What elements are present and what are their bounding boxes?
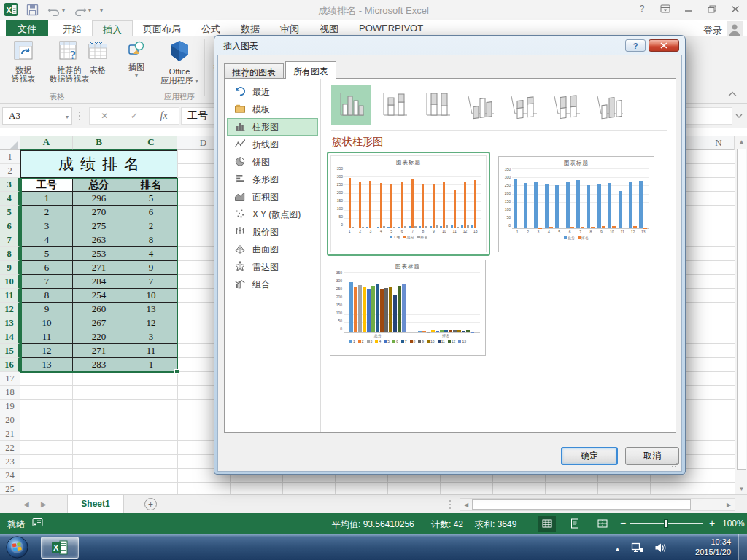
office-apps-button[interactable]: Office 应用程序 ▾: [158, 39, 201, 86]
table-cell[interactable]: 3: [20, 219, 73, 233]
fill-handle[interactable]: [174, 369, 179, 374]
network-icon[interactable]: [631, 542, 644, 556]
table-cell[interactable]: 263: [73, 233, 125, 247]
tray-hidden-icons-arrow[interactable]: ▲: [614, 545, 621, 553]
cancel-entry-icon[interactable]: ✕: [101, 111, 108, 121]
table-cell[interactable]: 4: [125, 247, 177, 261]
sign-in-link[interactable]: 登录: [703, 24, 722, 37]
subtype-clustered-column[interactable]: [331, 85, 371, 125]
ribbon-tab-view[interactable]: 视图: [309, 20, 349, 36]
row-header-1[interactable]: 1: [0, 150, 20, 164]
scroll-down-arrow[interactable]: ▼: [736, 483, 747, 494]
status-count[interactable]: 计数: 42: [431, 518, 463, 531]
start-button[interactable]: [6, 536, 28, 560]
select-all-corner[interactable]: [0, 136, 20, 150]
row-header-15[interactable]: 15: [0, 344, 20, 358]
row-header-3[interactable]: 3: [0, 178, 20, 192]
table-cell[interactable]: 5: [125, 192, 177, 206]
illustrations-button[interactable]: 插图 ▾: [121, 39, 152, 80]
subtype-3d-column[interactable]: [589, 85, 630, 125]
row-header-4[interactable]: 4: [0, 192, 20, 206]
name-box-dropdown[interactable]: ▾: [66, 114, 69, 120]
row-header-23[interactable]: 23: [0, 455, 20, 469]
chart-type-surface[interactable]: 曲面图: [227, 241, 318, 258]
name-box[interactable]: A3 ▾: [2, 107, 72, 125]
ribbon-tab-data[interactable]: 数据: [231, 20, 270, 36]
table-cell[interactable]: 12: [125, 316, 177, 330]
page-break-preview-button[interactable]: [594, 516, 611, 532]
chart-type-area[interactable]: 面积图: [227, 188, 318, 206]
collapse-ribbon-icon[interactable]: [728, 89, 737, 99]
table-cell[interactable]: 275: [73, 219, 125, 233]
insert-function-icon[interactable]: fx: [160, 110, 168, 122]
row-header-7[interactable]: 7: [0, 233, 20, 247]
column-header-A[interactable]: A: [20, 136, 73, 150]
table-cell[interactable]: 11: [20, 330, 73, 344]
table-cell[interactable]: 284: [73, 275, 125, 289]
scroll-right-arrow[interactable]: ▶: [724, 499, 734, 510]
scroll-left-arrow[interactable]: ◀: [461, 499, 471, 510]
ribbon-tab-insert[interactable]: 插入: [92, 20, 133, 36]
ribbon-tab-powerpivot[interactable]: POWERPIVOT: [349, 20, 433, 36]
sheet-nav-left-arrow[interactable]: ◀: [23, 500, 29, 508]
row-header-6[interactable]: 6: [0, 219, 20, 233]
table-cell[interactable]: 13: [20, 358, 73, 372]
row-header-9[interactable]: 9: [0, 261, 20, 275]
column-header-B[interactable]: B: [73, 136, 125, 150]
pivottable-button[interactable]: 数据 透视表: [4, 39, 42, 83]
table-cell[interactable]: 253: [73, 247, 125, 261]
subtype-stacked100-column[interactable]: [417, 85, 457, 125]
table-cell[interactable]: 5: [20, 247, 73, 261]
ribbon-tab-review[interactable]: 审阅: [270, 20, 309, 36]
chart-preview-1[interactable]: 图表标题350300250200150100500123456789101112…: [327, 152, 490, 256]
chart-type-combo[interactable]: 组合: [227, 276, 318, 293]
chart-preview-3[interactable]: 图表标题350300250200150100500总分排名12345678910…: [330, 260, 486, 356]
confirm-entry-icon[interactable]: ✓: [131, 111, 138, 121]
table-cell[interactable]: 1: [20, 192, 73, 206]
vertical-scroll-thumb[interactable]: [737, 149, 746, 470]
table-cell[interactable]: 11: [125, 344, 177, 358]
table-cell[interactable]: 296: [73, 192, 125, 206]
table-cell[interactable]: 8: [20, 289, 73, 303]
expand-formula-bar-icon[interactable]: [735, 113, 743, 120]
row-header-13[interactable]: 13: [0, 316, 20, 330]
table-cell[interactable]: 9: [20, 303, 73, 316]
table-title-cell[interactable]: 成绩排名: [20, 150, 177, 178]
table-cell[interactable]: 254: [73, 289, 125, 303]
row-header-20[interactable]: 20: [0, 413, 20, 427]
row-header-8[interactable]: 8: [0, 247, 20, 261]
taskbar-excel-button[interactable]: X: [41, 537, 79, 559]
table-header-row[interactable]: 工号总分排名: [20, 178, 177, 192]
header-cell-总分[interactable]: 总分: [73, 178, 125, 192]
column-header-N[interactable]: N: [703, 136, 735, 150]
table-cell[interactable]: 267: [73, 316, 125, 330]
horizontal-scrollbar[interactable]: ◀ ▶: [460, 498, 735, 511]
chart-type-bar[interactable]: 条形图: [227, 171, 318, 188]
header-cell-工号[interactable]: 工号: [20, 178, 73, 192]
chart-type-template[interactable]: 模板: [227, 101, 318, 118]
table-button[interactable]: 表格: [82, 39, 114, 74]
chart-type-scatter[interactable]: X Y (散点图): [227, 206, 318, 223]
row-header-18[interactable]: 18: [0, 386, 20, 400]
table-cell[interactable]: 10: [20, 316, 73, 330]
table-cell[interactable]: 6: [20, 261, 73, 275]
subtype-3d-clustered-column[interactable]: [460, 85, 500, 125]
volume-icon[interactable]: [654, 542, 667, 556]
table-cell[interactable]: 1: [125, 358, 177, 372]
row-header-10[interactable]: 10: [0, 275, 20, 289]
chart-preview-2[interactable]: 图表标题350300250200150100500123456789101112…: [498, 156, 654, 252]
table-cell[interactable]: 271: [73, 261, 125, 275]
chart-type-line[interactable]: 折线图: [227, 136, 318, 153]
zoom-level[interactable]: 100%: [722, 518, 745, 529]
resize-grip[interactable]: [671, 461, 678, 468]
header-cell-排名[interactable]: 排名: [125, 178, 177, 192]
subtype-3d-stacked100-column[interactable]: [546, 85, 587, 125]
new-sheet-button[interactable]: +: [144, 498, 157, 510]
tab-scrollbar-splitter[interactable]: [449, 500, 451, 502]
dialog-close-button[interactable]: [649, 39, 679, 52]
table-cell[interactable]: 9: [125, 261, 177, 275]
zoom-out-button[interactable]: −: [620, 517, 626, 529]
page-layout-view-button[interactable]: [566, 516, 584, 532]
dialog-help-button[interactable]: ?: [625, 39, 646, 52]
help-button[interactable]: ?: [633, 1, 651, 16]
